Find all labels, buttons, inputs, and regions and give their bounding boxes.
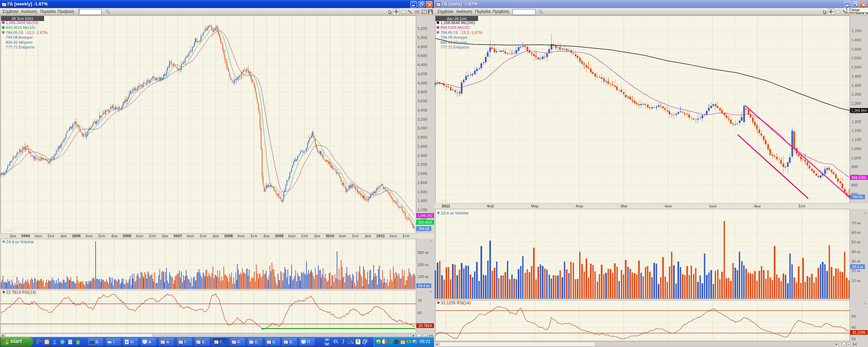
- svg-text:-13.3 -1.67%: -13.3 -1.67%: [460, 30, 482, 35]
- svg-text:4,000: 4,000: [417, 81, 427, 85]
- svg-text:Σεπ: Σεπ: [352, 234, 359, 238]
- svg-text:Σεπ: Σεπ: [798, 204, 805, 208]
- svg-text:Δευ 26 Σεπ: Δευ 26 Σεπ: [447, 17, 467, 21]
- svg-text:Δεκ: Δεκ: [162, 234, 169, 238]
- svg-text:Ιουν: Ιουν: [339, 234, 347, 238]
- svg-text:24.4 εκ Volume: 24.4 εκ Volume: [441, 211, 469, 216]
- svg-text:2009: 2009: [275, 234, 284, 238]
- svg-text:Ιουν: Ιουν: [237, 234, 245, 238]
- svg-text:4,400: 4,400: [417, 63, 427, 67]
- svg-text:22.7814 RSI(14): 22.7814 RSI(14): [6, 290, 36, 295]
- svg-text:2011: 2011: [442, 204, 451, 208]
- svg-text:2004: 2004: [21, 234, 30, 238]
- svg-text:W: W: [401, 341, 404, 344]
- svg-text:784.65: 784.65: [418, 227, 429, 231]
- svg-text:784.65: 784.65: [852, 195, 863, 199]
- svg-text:1,400: 1,400: [417, 199, 427, 203]
- svg-text:950: 950: [851, 165, 858, 169]
- svg-text:868.5355 Με(20): 868.5355 Με(20): [440, 25, 470, 29]
- svg-text:1,800: 1,800: [417, 181, 427, 185]
- svg-text:794.08 Ανοιγμα: 794.08 Ανοιγμα: [440, 35, 467, 39]
- svg-text:4,600: 4,600: [417, 54, 427, 58]
- svg-text:24.4 εκ: 24.4 εκ: [418, 284, 430, 288]
- svg-text:4,200: 4,200: [417, 72, 427, 76]
- svg-text:1,400: 1,400: [851, 83, 861, 87]
- svg-text:×: ×: [864, 302, 866, 306]
- svg-text:×: ×: [864, 211, 866, 216]
- svg-text:Δεκ: Δεκ: [10, 234, 16, 238]
- svg-text:22.7814: 22.7814: [419, 324, 432, 328]
- svg-text:Δεκ: Δεκ: [111, 234, 118, 238]
- svg-text:W: W: [125, 341, 128, 344]
- svg-text:4,800: 4,800: [417, 45, 427, 49]
- svg-text:930.4615 Με(10): 930.4615 Με(10): [6, 25, 35, 29]
- svg-text:300 εκ: 300 εκ: [417, 250, 429, 254]
- svg-text:2010: 2010: [326, 234, 334, 238]
- svg-text:75: 75: [417, 299, 422, 303]
- svg-text:2008: 2008: [224, 234, 233, 238]
- svg-text:1,066.342: 1,066.342: [418, 214, 433, 218]
- svg-text:930.4615: 930.4615: [418, 221, 432, 224]
- svg-text:3,800: 3,800: [417, 90, 427, 94]
- svg-text:1,550: 1,550: [851, 56, 861, 60]
- svg-text:1,268.864: 1,268.864: [851, 108, 867, 113]
- svg-text:2007: 2007: [173, 234, 182, 238]
- svg-text:1,100: 1,100: [851, 138, 861, 142]
- svg-text:60 εκ: 60 εκ: [851, 230, 861, 234]
- svg-text:2,000: 2,000: [417, 171, 427, 176]
- svg-text:60: 60: [851, 314, 856, 318]
- svg-text:−: −: [843, 342, 845, 346]
- svg-text:Απρ: Απρ: [576, 204, 584, 208]
- svg-text:×: ×: [430, 239, 432, 244]
- svg-text:3,200: 3,200: [417, 117, 427, 121]
- svg-text:1,300: 1,300: [851, 101, 861, 105]
- svg-text:10 εκ: 10 εκ: [851, 279, 861, 283]
- svg-text:Ιουλ: Ιουλ: [709, 204, 717, 208]
- svg-text:1,000: 1,000: [851, 156, 861, 160]
- svg-text:1,200: 1,200: [417, 208, 427, 212]
- svg-text:Δεκ: Δεκ: [213, 234, 219, 238]
- svg-text:Σεπ: Σεπ: [301, 234, 308, 238]
- svg-text:784.65 ΓΔ: 784.65 ΓΔ: [6, 30, 23, 35]
- svg-text:Δεκ: Δεκ: [314, 234, 320, 238]
- svg-text:?: ?: [357, 340, 359, 344]
- svg-text:868.5355: 868.5355: [852, 176, 867, 180]
- svg-text:1,066.3428 Με(20): 1,066.3428 Με(20): [6, 21, 38, 25]
- svg-text:2,200: 2,200: [417, 162, 427, 166]
- svg-text:ZTrade™: ZTrade™: [2, 229, 17, 232]
- svg-text:1,600: 1,600: [417, 190, 427, 194]
- svg-text:1,050: 1,050: [851, 147, 861, 151]
- svg-text:Αυγ: Αυγ: [754, 204, 761, 208]
- svg-text:777.71 Ελάχιστο: 777.71 Ελάχιστο: [440, 45, 469, 49]
- svg-text:24.4 εκ: 24.4 εκ: [852, 265, 863, 269]
- svg-text:Ιουν: Ιουν: [35, 234, 42, 238]
- svg-text:806.42 Μέγιστο: 806.42 Μέγιστο: [440, 40, 467, 44]
- svg-text:Φεβ: Φεβ: [487, 204, 494, 208]
- svg-text:Ιουν: Ιουν: [85, 234, 93, 238]
- svg-text:+: +: [848, 342, 850, 346]
- svg-text:e: e: [37, 339, 39, 345]
- svg-text:1,700: 1,700: [851, 29, 861, 33]
- svg-text:5,000: 5,000: [417, 36, 427, 40]
- svg-text:1,350: 1,350: [851, 92, 861, 96]
- svg-text:1,268.8646 Με(200): 1,268.8646 Με(200): [440, 21, 475, 25]
- svg-text:1,650: 1,650: [851, 38, 861, 42]
- svg-text:1,150: 1,150: [851, 128, 861, 132]
- svg-text:100 εκ: 100 εκ: [417, 274, 429, 279]
- svg-text:784.65 ΓΔ: 784.65 ΓΔ: [440, 30, 458, 35]
- svg-text:Δεκ: Δεκ: [365, 234, 371, 238]
- svg-text:2,800: 2,800: [417, 135, 427, 139]
- svg-text:Σεπ: Σεπ: [149, 234, 156, 238]
- svg-text:20 εκ: 20 εκ: [851, 269, 861, 273]
- svg-text:2005: 2005: [72, 234, 81, 238]
- svg-text:3,400: 3,400: [417, 108, 427, 112]
- svg-text:24.4 εκ Volume: 24.4 εκ Volume: [6, 240, 34, 244]
- svg-text:Δεκ: Δεκ: [263, 234, 270, 238]
- svg-text:-13.3 -1.67%: -13.3 -1.67%: [25, 30, 48, 35]
- svg-text:Μαι: Μαι: [621, 204, 627, 208]
- svg-text:794.08 Ανοιγμα: 794.08 Ανοιγμα: [6, 35, 33, 39]
- svg-text:850: 850: [851, 183, 858, 187]
- svg-text:50: 50: [417, 311, 422, 315]
- svg-text:Σεπ: Σεπ: [200, 234, 206, 238]
- svg-text:Σεπ: Σεπ: [402, 234, 409, 238]
